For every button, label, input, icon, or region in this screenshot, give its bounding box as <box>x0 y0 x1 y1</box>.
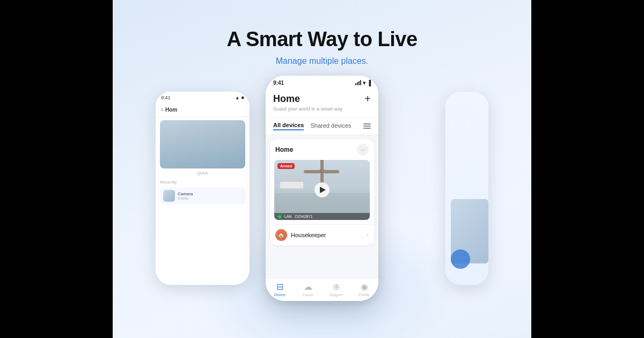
play-icon <box>320 187 326 193</box>
chevron-right-icon: › <box>367 231 369 239</box>
nav-cloud[interactable]: ☁ Cloud <box>297 282 319 297</box>
tab-shared-devices[interactable]: Shared devices <box>310 122 351 130</box>
back-left-time: 9:41 <box>161 95 171 100</box>
camera-thumbnail[interactable]: Armed LAN D2342B71 <box>274 160 370 220</box>
nav-device[interactable]: ⊟ Device <box>269 282 290 297</box>
back-left-header: ‹ Hom <box>156 104 250 117</box>
back-left-device-icon <box>163 190 175 202</box>
back-left-device-row: Camera Online <box>160 187 245 204</box>
bottom-nav: ⊟ Device ☁ Cloud ⊕ Support ◉ Profile <box>266 278 378 301</box>
device-nav-icon: ⊟ <box>276 282 283 292</box>
tab-all-devices[interactable]: All devices <box>273 122 304 130</box>
headline-subtitle: Manage multiple places. <box>276 56 369 66</box>
phone-back-right <box>445 92 488 285</box>
online-indicator <box>278 215 281 218</box>
center-panel: A Smart Way to Live Manage multiple plac… <box>113 0 531 338</box>
wifi-icon: ▾ <box>363 80 365 86</box>
cloud-nav-icon: ☁ <box>304 282 312 292</box>
back-left-device-info: Camera Online <box>178 192 242 200</box>
back-left-device-label: Quick <box>160 171 245 175</box>
housekeeper-row[interactable]: 🏠 Housekeeper › <box>270 224 374 245</box>
main-status-icons: ▾ ▐ <box>355 80 371 86</box>
housekeeper-icon: 🏠 <box>275 229 287 241</box>
back-left-header-label: Hom <box>165 107 177 113</box>
tabs-bar: All devices Shared devices <box>266 117 378 135</box>
fan-blade-3 <box>320 160 324 171</box>
profile-nav-label: Profile <box>359 293 370 297</box>
nav-profile[interactable]: ◉ Profile <box>354 282 375 297</box>
back-left-status-icons: ▲ ■ <box>235 95 244 100</box>
scroll-content: Home ··· <box>266 135 378 278</box>
signal-icon <box>355 80 361 85</box>
battery-icon: ▐ <box>367 80 371 86</box>
camera-id: D2342B71 <box>295 215 313 218</box>
home-card-header: Home ··· <box>270 139 374 160</box>
main-status-bar: 9:41 ▾ ▐ <box>266 76 378 90</box>
menu-icon[interactable] <box>363 123 371 129</box>
header-subtitle: Guard your world in a smart way <box>273 106 371 112</box>
back-right-content <box>445 92 488 285</box>
home-card-title: Home <box>275 146 293 153</box>
fan-blade-4 <box>322 170 339 173</box>
right-black-panel <box>531 0 644 338</box>
phone-main: 9:41 ▾ ▐ Home <box>266 76 378 301</box>
back-left-section: Recently <box>160 180 245 185</box>
nav-support[interactable]: ⊕ Support <box>325 282 347 297</box>
phone-main-inner: 9:41 ▾ ▐ Home <box>266 76 378 301</box>
support-nav-label: Support <box>330 293 343 297</box>
app-header: Home + Guard your world in a smart way <box>266 90 378 117</box>
add-location-button[interactable]: + <box>364 93 371 105</box>
profile-nav-icon: ◉ <box>361 282 368 292</box>
phones-container: 9:41 ▲ ■ ‹ Hom Quick Recently <box>140 76 504 306</box>
header-row: Home + <box>273 93 371 105</box>
back-left-statusbar: 9:41 ▲ ■ <box>156 92 250 104</box>
cloud-nav-label: Cloud <box>303 293 313 297</box>
main-time: 9:41 <box>273 80 284 86</box>
play-button[interactable] <box>314 182 330 197</box>
back-arrow-icon: ‹ <box>161 106 163 113</box>
back-right-circle <box>451 249 470 269</box>
home-card: Home ··· <box>270 139 374 245</box>
armed-badge: Armed <box>277 163 295 169</box>
phone-back-left: 9:41 ▲ ■ ‹ Hom Quick Recently <box>156 92 250 285</box>
device-nav-label: Device <box>274 293 286 297</box>
home-title: Home <box>273 93 300 105</box>
camera-info-bar: LAN D2342B71 <box>274 213 370 220</box>
ac-unit <box>280 181 304 189</box>
lan-label: LAN <box>284 215 292 218</box>
housekeeper-label: Housekeeper <box>291 232 367 238</box>
home-card-menu-button[interactable]: ··· <box>357 144 369 156</box>
fan-blade-2 <box>304 170 321 173</box>
back-left-image <box>160 120 245 168</box>
back-left-content: Quick Recently Camera Online <box>156 117 250 208</box>
left-black-panel <box>0 0 113 338</box>
headline-title: A Smart Way to Live <box>226 28 417 51</box>
support-nav-icon: ⊕ <box>333 282 340 292</box>
